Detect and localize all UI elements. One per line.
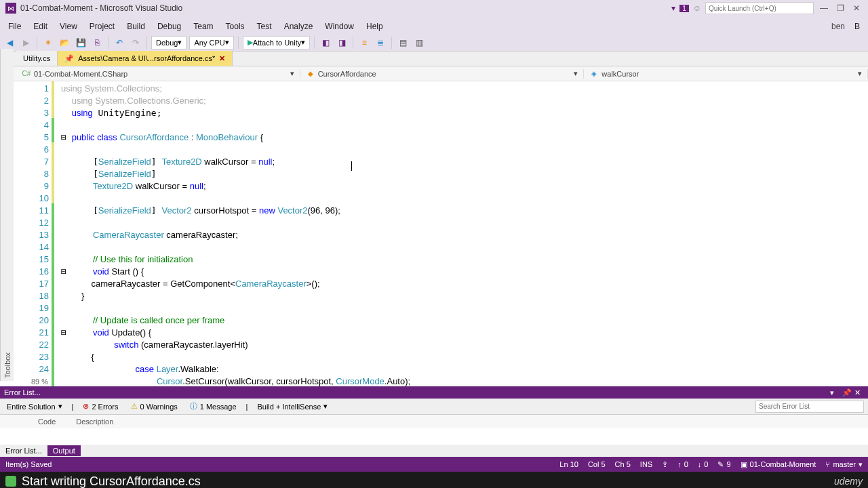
- uncomment-icon[interactable]: ▥: [412, 36, 426, 49]
- status-ins: INS: [640, 460, 652, 468]
- error-icon: ⊗: [83, 402, 89, 411]
- nav-member-combo[interactable]: ◈ walkCursor▾: [584, 69, 868, 79]
- caption-text: Start writing CursorAffordance.cs: [22, 474, 201, 489]
- status-line: Ln 10: [559, 460, 578, 468]
- toolbox-tab[interactable]: Toolbox: [0, 49, 14, 381]
- save-icon[interactable]: 💾: [74, 36, 87, 49]
- errors-filter[interactable]: ⊗ 2 Errors: [80, 401, 121, 412]
- start-button[interactable]: ▶ Attach to Unity ▾: [243, 36, 311, 49]
- info-icon: ⓘ: [190, 401, 197, 411]
- vs-logo-icon: ⋈: [5, 3, 16, 14]
- minimize-icon[interactable]: —: [818, 3, 830, 13]
- tab-error-list[interactable]: Error List...: [0, 445, 47, 456]
- messages-filter[interactable]: ⓘ 1 Message: [187, 400, 239, 413]
- caption-marker-icon: [5, 476, 16, 487]
- udemy-logo: udemy: [834, 476, 863, 487]
- feedback-icon[interactable]: ☺: [693, 3, 701, 13]
- panel-pin-icon[interactable]: 📌: [842, 388, 852, 396]
- menu-analyze[interactable]: Analyze: [279, 20, 319, 33]
- warnings-filter[interactable]: ⚠ 0 Warnings: [128, 401, 180, 412]
- menu-file[interactable]: File: [3, 20, 26, 33]
- status-up[interactable]: ↑ 0: [677, 460, 688, 468]
- nav-class-combo[interactable]: ◆ CursorAffordance▾: [300, 69, 585, 79]
- text-caret: [351, 161, 352, 171]
- config-combo[interactable]: Debug ▾: [151, 36, 186, 49]
- open-icon[interactable]: 📂: [58, 36, 71, 49]
- status-saved: Item(s) Saved: [5, 460, 52, 468]
- code-area[interactable]: using System.Collections; using System.C…: [61, 81, 868, 386]
- user-badge[interactable]: B: [849, 20, 865, 33]
- status-ch: Ch 5: [615, 460, 631, 468]
- restore-icon[interactable]: ❐: [834, 3, 846, 13]
- comment-icon[interactable]: ▤: [396, 36, 410, 49]
- menu-window[interactable]: Window: [319, 20, 359, 33]
- menu-edit[interactable]: Edit: [28, 20, 53, 33]
- error-list-body[interactable]: [0, 428, 868, 445]
- error-search-input[interactable]: [755, 401, 864, 413]
- status-bar: Item(s) Saved Ln 10 Col 5 Ch 5 INS ⇪ ↑ 0…: [0, 457, 868, 472]
- nav-project-combo[interactable]: C# 01-Combat-Moment.CSharp▾: [16, 69, 300, 79]
- close-icon[interactable]: ✕: [850, 3, 863, 13]
- status-col: Col 5: [588, 460, 606, 468]
- menu-build[interactable]: Build: [121, 20, 151, 33]
- zoom-level[interactable]: 89 %: [28, 378, 51, 386]
- tool-icon-3[interactable]: ≡: [357, 36, 371, 49]
- status-publish-icon[interactable]: ⇪: [662, 460, 668, 469]
- user-name[interactable]: ben: [826, 20, 848, 33]
- nav-fwd-icon[interactable]: ▶: [19, 36, 33, 49]
- menu-tools[interactable]: Tools: [220, 20, 250, 33]
- menu-project[interactable]: Project: [84, 20, 120, 33]
- redo-icon[interactable]: ↷: [129, 36, 142, 49]
- menu-bar: File Edit View Project Build Debug Team …: [0, 19, 868, 34]
- code-editor[interactable]: 1234567891011121314151617181920212223242…: [14, 81, 868, 386]
- warning-icon: ⚠: [131, 402, 138, 411]
- nav-back-icon[interactable]: ◀: [3, 36, 16, 49]
- csharp-project-icon: C#: [22, 69, 31, 79]
- col-code[interactable]: Code: [38, 418, 56, 426]
- status-down[interactable]: ↓ 0: [698, 460, 709, 468]
- notifications-badge[interactable]: 1: [679, 5, 689, 12]
- document-tabs: Utility.cs 📌 Assets\Camera & UI\...rsorA…: [0, 52, 868, 66]
- status-branch[interactable]: ⑂ master ▾: [825, 460, 863, 469]
- tool-icon-4[interactable]: ≣: [374, 36, 387, 49]
- undo-icon[interactable]: ↶: [113, 36, 126, 49]
- menu-view[interactable]: View: [54, 20, 83, 33]
- play-icon: ▶: [248, 38, 253, 47]
- menu-help[interactable]: Help: [361, 20, 389, 33]
- panel-dropdown-icon[interactable]: ▾: [830, 388, 840, 396]
- menu-test[interactable]: Test: [252, 20, 277, 33]
- col-description[interactable]: Description: [76, 418, 113, 426]
- tab-close-icon[interactable]: ✕: [219, 54, 225, 63]
- nav-bar: C# 01-Combat-Moment.CSharp▾ ◆ CursorAffo…: [0, 66, 868, 81]
- new-project-icon[interactable]: ✶: [41, 36, 55, 49]
- bottom-tabs: Error List... Output: [0, 445, 868, 457]
- video-caption: Start writing CursorAffordance.cs udemy: [0, 472, 868, 488]
- tab-utility[interactable]: Utility.cs: [16, 51, 58, 66]
- pin-icon[interactable]: 📌: [64, 54, 74, 63]
- status-repo[interactable]: ▣ 01-Combat-Moment: [741, 460, 816, 469]
- scope-combo[interactable]: Entire Solution ▾: [4, 401, 65, 412]
- error-list-toolbar: Entire Solution ▾ | ⊗ 2 Errors ⚠ 0 Warni…: [0, 399, 868, 415]
- tab-cursoraffordance[interactable]: 📌 Assets\Camera & UI\...rsorAffordance.c…: [58, 51, 233, 66]
- error-list-header[interactable]: Error List... ▾ 📌 ✕: [0, 386, 868, 399]
- window-title: 01-Combat-Moment - Microsoft Visual Stud…: [20, 3, 182, 13]
- build-intellisense-combo[interactable]: Build + IntelliSense ▾: [254, 401, 330, 412]
- platform-combo[interactable]: Any CPU ▾: [189, 36, 233, 49]
- status-changes[interactable]: ✎ 9: [717, 460, 730, 469]
- field-icon: ◈: [589, 69, 599, 79]
- quick-launch-input[interactable]: [705, 2, 814, 14]
- menu-team[interactable]: Team: [188, 20, 218, 33]
- save-all-icon[interactable]: ⎘: [90, 36, 104, 49]
- line-number-gutter: 1234567891011121314151617181920212223242…: [14, 81, 61, 386]
- tool-icon-2[interactable]: ◨: [335, 36, 349, 49]
- tool-icon-1[interactable]: ◧: [319, 36, 332, 49]
- toolbar: ◀ ▶ ✶ 📂 💾 ⎘ ↶ ↷ Debug ▾ Any CPU ▾ ▶ Atta…: [0, 34, 868, 52]
- notifications-icon[interactable]: ▾: [671, 3, 675, 13]
- panel-close-icon[interactable]: ✕: [854, 388, 864, 396]
- class-icon: ◆: [306, 69, 315, 79]
- title-bar: ⋈ 01-Combat-Moment - Microsoft Visual St…: [0, 0, 868, 16]
- menu-debug[interactable]: Debug: [152, 20, 186, 33]
- error-list-columns: Code Description: [0, 415, 868, 428]
- tab-output[interactable]: Output: [47, 445, 81, 456]
